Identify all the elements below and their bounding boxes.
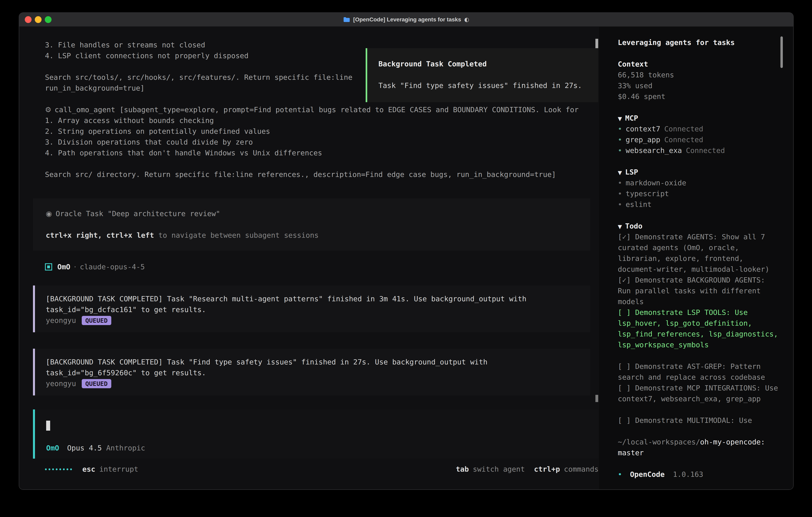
toast-body: Task "Find type safety issues" finished …: [378, 80, 590, 91]
separator-dot: ·: [74, 262, 76, 272]
agent-name: OmO: [57, 262, 70, 272]
lsp-item: •markdown-oxide: [618, 178, 782, 188]
tool-call-line: ⚙call_omo_agent [subagent_type=explore, …: [33, 104, 590, 115]
oracle-navigation-hint: ctrl+x right, ctrl+x leftto navigate bet…: [46, 230, 577, 241]
maximize-button[interactable]: [45, 16, 52, 23]
message-author: yeongyu: [46, 315, 76, 326]
background-task-message: [BACKGROUND TASK COMPLETED] Task "Find t…: [33, 349, 590, 396]
toast-title: Background Task Completed: [378, 59, 590, 70]
workspace-name: oh-my-opencode:: [700, 438, 765, 446]
message-author: yeongyu: [46, 378, 76, 389]
lsp-section: ▼LSP •markdown-oxide •typescript •eslint: [618, 167, 782, 210]
window-title: [OpenCode] Leveraging agents for tasks ◐: [19, 13, 793, 26]
sidebar-scrollbar-thumb[interactable]: [780, 36, 783, 68]
lsp-item: •typescript: [618, 188, 782, 199]
input-model-info: OmO Opus 4.5 Anthropic: [46, 443, 587, 454]
terminal-line: 1. Array access without bounds checking: [33, 115, 590, 126]
context-used: 33% used: [618, 80, 782, 91]
terminal-line: 3. Division operations that could divide…: [33, 137, 590, 147]
record-icon: ◉: [46, 210, 52, 218]
folder-icon: [343, 17, 350, 22]
chevron-down-icon: ▼: [618, 223, 622, 230]
agent-model: claude-opus-4-5: [80, 262, 145, 272]
terminal-line: Search src/ directory. Return specific f…: [33, 169, 590, 180]
tab-label: switch agent: [473, 464, 525, 474]
todo-item: [ ] Demonstrate LSP TOOLS: Use lsp_hover…: [618, 307, 782, 350]
lsp-heading[interactable]: ▼LSP: [618, 167, 782, 178]
agent-session-header: OmO · claude-opus-4-5: [33, 262, 590, 272]
lsp-item: •eslint: [618, 199, 782, 210]
app-version: • OpenCode 1.0.163: [618, 469, 782, 480]
message-text: [BACKGROUND TASK COMPLETED] Task "Resear…: [46, 294, 582, 304]
chevron-down-icon: ▼: [618, 115, 622, 122]
hint-text: to navigate between subagent sessions: [158, 231, 319, 239]
close-button[interactable]: [25, 16, 32, 23]
session-title: Leveraging agents for tasks: [618, 37, 782, 48]
titlebar: [OpenCode] Leveraging agents for tasks ◐: [19, 13, 793, 27]
context-tokens: 66,518 tokens: [618, 70, 782, 80]
context-section: Context 66,518 tokens 33% used $0.46 spe…: [618, 59, 782, 102]
history-scrollbar-thumb[interactable]: [596, 395, 598, 402]
window-title-text: [OpenCode] Leveraging agents for tasks: [353, 14, 461, 25]
hint-keys: ctrl+x right, ctrl+x left: [46, 231, 154, 239]
workspace-path: ~/local-workspaces/: [618, 438, 700, 446]
bullet-icon: •: [618, 146, 622, 155]
session-sidebar: Leveraging agents for tasks Context 66,5…: [599, 27, 793, 489]
bullet-icon: •: [618, 470, 622, 479]
tool-call-text: call_omo_agent [subagent_type=explore, p…: [55, 106, 579, 114]
todo-item: [✓] Demonstrate BACKGROUND AGENTS: Run p…: [618, 275, 782, 307]
background-task-toast: Background Task Completed Task "Find typ…: [366, 48, 598, 102]
oracle-task-title: ◉Oracle Task "Deep architecture review": [46, 208, 577, 219]
minimize-button[interactable]: [35, 16, 41, 23]
terminal-main: 3. File handles or streams not closed 4.…: [19, 27, 599, 489]
traffic-lights: [25, 16, 52, 23]
input-provider-name: Anthropic: [106, 443, 145, 454]
bullet-icon: •: [618, 190, 622, 198]
status-badge: QUEUED: [82, 316, 111, 325]
spinner-icon: ◐: [464, 14, 469, 25]
esc-hint: esc interrupt: [82, 464, 138, 474]
background-task-message: [BACKGROUND TASK COMPLETED] Task "Resear…: [33, 285, 590, 332]
commands-label: commands: [564, 464, 599, 474]
workspace-branch: master: [618, 447, 782, 458]
activity-dots-icon: [45, 468, 72, 470]
todo-item: [ ] Demonstrate MCP INTEGRATIONS: Use co…: [618, 383, 782, 404]
text-cursor: [46, 420, 50, 431]
agent-icon: [45, 263, 52, 271]
mcp-heading[interactable]: ▼MCP: [618, 113, 782, 124]
input-agent-name: OmO: [46, 443, 59, 454]
status-badge: QUEUED: [82, 379, 111, 388]
bullet-icon: •: [618, 200, 622, 209]
esc-key: esc: [82, 464, 95, 474]
commands-key: ctrl+p: [534, 464, 560, 474]
app-name: OpenCode: [630, 470, 665, 479]
tab-hint: tab switch agent: [456, 464, 525, 474]
todo-heading[interactable]: ▼Todo: [618, 221, 782, 232]
oracle-task-panel: ◉Oracle Task "Deep architecture review" …: [33, 198, 590, 251]
chevron-down-icon: ▼: [618, 169, 622, 176]
commands-hint: ctrl+p commands: [534, 464, 599, 474]
context-spent: $0.46 spent: [618, 91, 782, 102]
terminal-line: 2. String operations on potentially unde…: [33, 126, 590, 137]
bullet-icon: •: [618, 125, 622, 133]
esc-label: interrupt: [99, 464, 138, 474]
todo-item: [ ] Demonstrate MULTIMODAL: Use: [618, 415, 782, 426]
gear-icon: ⚙: [45, 106, 51, 114]
todo-item: [✓] Demonstrate AGENTS: Show all 7 curat…: [618, 232, 782, 275]
message-text: task_id="bg_6f59260c" to get results.: [46, 368, 582, 378]
opencode-window: [OpenCode] Leveraging agents for tasks ◐…: [19, 13, 793, 489]
mcp-section: ▼MCP •context7Connected •grep_appConnect…: [618, 113, 782, 156]
bullet-icon: •: [618, 179, 622, 187]
input-model-name: Opus 4.5: [67, 443, 102, 454]
bullet-icon: •: [618, 136, 622, 144]
status-bar: esc interrupt tab switch agent ctrl+p co…: [33, 464, 599, 474]
prompt-input[interactable]: OmO Opus 4.5 Anthropic: [33, 409, 599, 459]
message-text: task_id="bg_dcfac161" to get results.: [46, 304, 582, 315]
workspace-info: ~/local-workspaces/oh-my-opencode: maste…: [618, 437, 782, 458]
tab-key: tab: [456, 464, 469, 474]
terminal-line: 4. Path operations that don't handle Win…: [33, 147, 590, 158]
mcp-item: •context7Connected: [618, 124, 782, 134]
mcp-item: •websearch_exaConnected: [618, 145, 782, 156]
mcp-item: •grep_appConnected: [618, 134, 782, 145]
terminal-line: [33, 158, 590, 169]
